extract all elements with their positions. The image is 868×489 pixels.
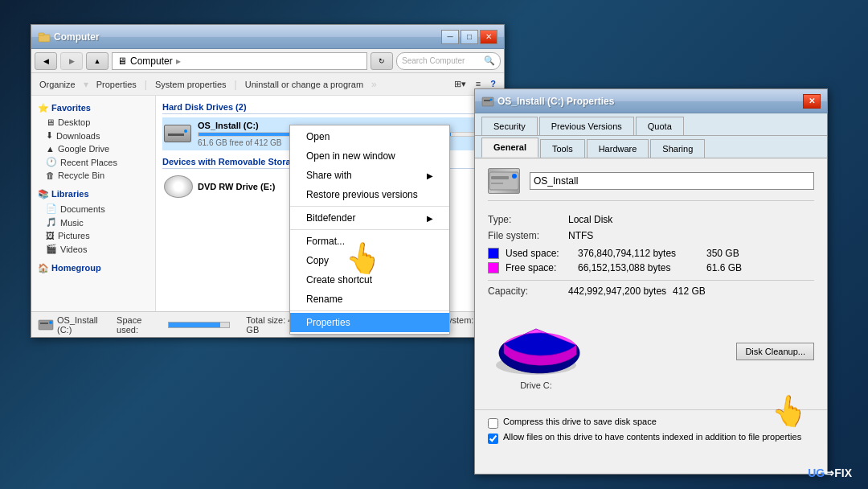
ctx-open-new-window[interactable]: Open in new window (290, 146, 449, 166)
properties-bottom: Compress this drive to save disk space A… (475, 409, 827, 454)
ctx-bitdefender-label: Bitdefender (306, 212, 355, 224)
ctx-create-shortcut[interactable]: Create shortcut (290, 270, 449, 290)
tabs-row-1: Security Previous Versions Quota (475, 113, 827, 136)
status-drive-icon (38, 318, 54, 331)
sidebar-item-downloads[interactable]: ⬇ Downloads (31, 129, 155, 142)
prop-header (488, 168, 814, 201)
prop-filesystem-value: NTFS (568, 230, 593, 241)
recent-places-icon: 🕐 (46, 157, 57, 167)
search-icon: 🔍 (484, 55, 495, 66)
prop-type-value: Local Disk (568, 214, 612, 225)
used-space-row: Used space: 376,840,794,112 bytes 350 GB (488, 248, 814, 259)
pie-chart-container: Drive C: (488, 313, 584, 390)
sidebar-favorites-section: ⭐ Favorites 🖥 Desktop ⬇ Downloads ▲ Goog… (31, 101, 155, 182)
minimize-button[interactable]: ─ (441, 30, 459, 44)
ctx-properties[interactable]: Properties (290, 313, 449, 332)
music-icon: 🎵 (46, 217, 57, 228)
properties-title: OS_Install (C:) Properties (497, 96, 803, 107)
ctx-create-shortcut-label: Create shortcut (306, 274, 372, 286)
ctx-separator-2 (290, 229, 449, 230)
sidebar-libraries-header[interactable]: 📚 Libraries (31, 187, 155, 202)
properties-toolbar-button[interactable]: Properties (93, 78, 140, 91)
prop-capacity-row: Capacity: 442,992,947,200 bytes 412 GB (488, 286, 814, 297)
used-space-bytes: 376,840,794,112 bytes (578, 248, 706, 259)
sidebar-item-documents[interactable]: 📄 Documents (31, 202, 155, 216)
index-label: Allow files on this drive to have conten… (503, 432, 801, 442)
uninstall-button[interactable]: Uninstall or change a program (242, 78, 366, 91)
ctx-share-with[interactable]: Share with ▶ (290, 166, 449, 185)
compress-checkbox-row: Compress this drive to save disk space (488, 417, 814, 429)
sidebar-favorites-header[interactable]: ⭐ Favorites (31, 101, 155, 116)
search-box[interactable]: Search Computer 🔍 (396, 52, 501, 70)
tab-hardware[interactable]: Hardware (587, 139, 649, 158)
hard-disk-drives-header: Hard Disk Drives (2) (162, 102, 497, 114)
ctx-bitdefender-arrow: ▶ (427, 214, 433, 223)
status-drive: OS_Install (C:) Space used: (38, 315, 230, 335)
prop-capacity-label: Capacity: (488, 286, 568, 297)
svg-rect-3 (40, 323, 48, 324)
forward-button[interactable]: ▶ (60, 52, 83, 70)
tab-previous-versions[interactable]: Previous Versions (539, 117, 634, 135)
svg-rect-9 (491, 176, 509, 179)
ctx-properties-label: Properties (306, 317, 350, 328)
status-bar-visual (168, 322, 231, 328)
svg-rect-5 (482, 97, 493, 106)
properties-title-icon (481, 95, 494, 108)
up-button[interactable]: ▲ (86, 52, 108, 70)
tab-tools[interactable]: Tools (540, 139, 585, 158)
properties-close-button[interactable]: ✕ (803, 94, 821, 109)
explorer-title: Computer (54, 31, 441, 43)
compress-checkbox[interactable] (488, 418, 498, 429)
sidebar-item-music[interactable]: 🎵 Music (31, 216, 155, 229)
svg-rect-11 (491, 183, 503, 184)
back-button[interactable]: ◀ (35, 52, 57, 70)
tab-sharing[interactable]: Sharing (650, 139, 705, 158)
recycle-bin-icon: 🗑 (46, 171, 55, 180)
ctx-open[interactable]: Open (290, 127, 449, 146)
free-space-label: Free space: (506, 262, 578, 273)
index-checkbox[interactable] (488, 434, 498, 444)
sidebar-item-recycle-bin[interactable]: 🗑 Recycle Bin (31, 169, 155, 182)
svg-rect-6 (484, 100, 490, 101)
sidebar-homegroup-header[interactable]: 🏠 Homegroup (31, 261, 155, 276)
disk-cleanup-button[interactable]: Disk Cleanup... (736, 343, 814, 360)
desktop-icon: 🖥 (46, 117, 55, 127)
maximize-button[interactable]: □ (461, 30, 478, 44)
address-text: Computer (130, 55, 173, 67)
refresh-button[interactable]: ↻ (371, 52, 393, 70)
used-space-label: Used space: (506, 248, 578, 259)
properties-title-bar: OS_Install (C:) Properties ✕ (475, 89, 827, 113)
sidebar-item-desktop[interactable]: 🖥 Desktop (31, 116, 155, 129)
ctx-rename[interactable]: Rename (290, 290, 449, 309)
sidebar-item-recent-places[interactable]: 🕐 Recent Places (31, 155, 155, 169)
ctx-share-with-arrow: ▶ (427, 171, 433, 180)
videos-icon: 🎬 (46, 244, 57, 254)
ctx-format[interactable]: Format... (290, 232, 449, 251)
watermark-fix: ⇒FIX (825, 466, 852, 479)
address-box[interactable]: 🖥 Computer ▸ (112, 52, 367, 70)
status-space-used-label: Space used: (117, 315, 164, 335)
tab-security[interactable]: Security (481, 117, 538, 135)
prop-type-row: Type: Local Disk (488, 214, 814, 225)
view-options-button[interactable]: ⊞▾ (451, 77, 469, 91)
sidebar-item-videos[interactable]: 🎬 Videos (31, 242, 155, 256)
sidebar-item-pictures[interactable]: 🖼 Pictures (31, 229, 155, 242)
organize-button[interactable]: Organize (36, 78, 79, 91)
ctx-rename-label: Rename (306, 294, 342, 305)
svg-rect-0 (39, 35, 50, 42)
sidebar-item-google-drive[interactable]: ▲ Google Drive (31, 142, 155, 155)
ctx-bitdefender[interactable]: Bitdefender ▶ (290, 208, 449, 228)
watermark-ug: UG (808, 466, 825, 479)
ctx-restore-versions[interactable]: Restore previous versions (290, 185, 449, 204)
system-properties-button[interactable]: System properties (152, 78, 230, 91)
ctx-copy[interactable]: Copy (290, 251, 449, 270)
pictures-icon: 🖼 (46, 231, 55, 240)
tab-general[interactable]: General (481, 138, 538, 158)
explorer-title-bar: Computer ─ □ ✕ (31, 25, 504, 49)
ctx-separator-1 (290, 206, 449, 207)
close-button[interactable]: ✕ (480, 30, 497, 44)
search-placeholder: Search Computer (402, 56, 465, 65)
tab-quota[interactable]: Quota (636, 117, 684, 135)
prop-capacity-bytes: 442,992,947,200 bytes (568, 286, 666, 297)
prop-name-input[interactable] (530, 172, 814, 190)
